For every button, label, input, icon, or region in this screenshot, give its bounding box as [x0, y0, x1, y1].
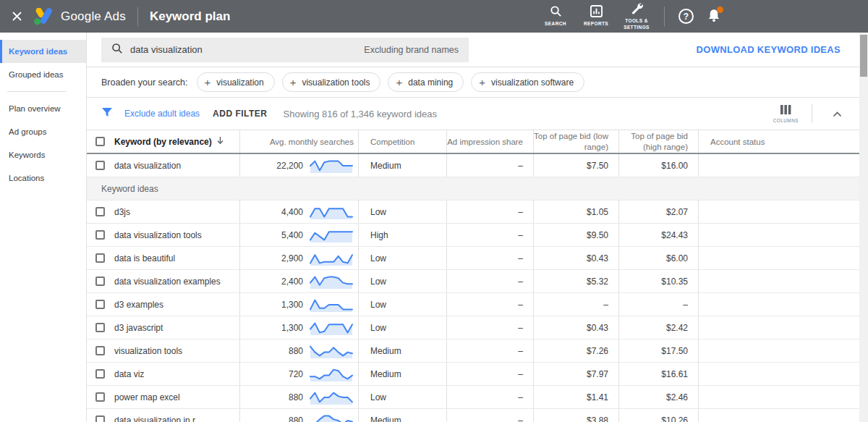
table-row[interactable]: data viz720Medium–$7.97$16.61	[87, 363, 859, 386]
bid-low-cell: $3.88	[534, 409, 619, 422]
table-row[interactable]: power map excel880Low–$1.41$2.46	[87, 386, 859, 409]
main-content: data visualization Excluding brand names…	[87, 33, 859, 422]
row-checkbox[interactable]	[95, 230, 105, 240]
ad-impression-share-cell: –	[447, 363, 534, 385]
row-checkbox[interactable]	[95, 369, 105, 379]
broaden-chip-data-mining[interactable]: +data mining	[388, 72, 464, 92]
ad-impression-share-cell: –	[447, 201, 534, 223]
avg-monthly-searches-cell: 1,300	[240, 293, 359, 316]
row-checkbox-cell	[87, 363, 113, 385]
header-bid-high[interactable]: Top of page bid (high range)	[619, 130, 699, 153]
filter-funnel-icon[interactable]	[101, 107, 113, 120]
broaden-chip-visualization-software[interactable]: +visualization software	[471, 72, 584, 92]
table-row[interactable]: d3 examples1,300Low–––	[87, 293, 859, 316]
reports-nav-button[interactable]: REPORTS	[576, 4, 616, 29]
search-nav-button[interactable]: SEARCH	[535, 4, 576, 29]
header-avg-monthly-searches[interactable]: Avg. monthly searches	[240, 130, 359, 153]
collapse-panel-button[interactable]	[825, 106, 849, 122]
filter-row-divider	[812, 104, 812, 123]
keyword-cell: data visualization	[113, 154, 240, 177]
avg-monthly-searches-cell: 2,900	[240, 247, 359, 269]
keyword-cell: power map excel	[113, 386, 240, 408]
header-keyword[interactable]: Keyword (by relevance)	[114, 136, 224, 147]
help-button[interactable]: ?	[678, 9, 694, 24]
table-row[interactable]: data visualization22,200Medium–$7.50$16.…	[87, 154, 859, 177]
row-checkbox[interactable]	[95, 300, 105, 309]
avg-monthly-searches-cell: 4,400	[240, 201, 359, 223]
row-checkbox-cell	[87, 247, 113, 269]
header-competition[interactable]: Competition	[359, 130, 447, 153]
ad-impression-share-cell: –	[447, 386, 534, 408]
table-row[interactable]: data visualization in r880Medium–$3.88$1…	[87, 409, 859, 422]
bid-high-cell: $2.46	[619, 386, 699, 408]
account-status-cell	[699, 270, 859, 292]
sidebar-item-ad-groups[interactable]: Ad groups	[0, 120, 86, 143]
sidebar-item-keywords[interactable]: Keywords	[0, 143, 86, 166]
vertical-scrollbar[interactable]	[859, 33, 868, 422]
keyword-search-input[interactable]: data visualization Excluding brand names	[101, 38, 469, 62]
searches-value: 22,200	[276, 161, 303, 171]
table-row[interactable]: d3js4,400Low–$1.05$2.07	[87, 201, 859, 224]
chevron-up-icon	[833, 109, 842, 119]
download-keyword-ideas-button[interactable]: DOWNLOAD KEYWORD IDEAS	[697, 44, 841, 55]
row-checkbox[interactable]	[95, 415, 105, 422]
competition-cell: Low	[359, 201, 447, 223]
row-checkbox[interactable]	[95, 346, 105, 355]
broaden-chip-visualization[interactable]: +visualization	[197, 72, 275, 92]
header-account-status[interactable]: Account status	[699, 130, 859, 153]
plus-icon: +	[290, 77, 297, 88]
row-checkbox[interactable]	[95, 161, 105, 170]
sidebar-item-plan-overview[interactable]: Plan overview	[0, 97, 86, 120]
row-checkbox[interactable]	[95, 277, 105, 286]
exclude-adult-ideas-filter[interactable]: Exclude adult ideas	[124, 109, 200, 119]
sidebar-item-grouped-ideas[interactable]: Grouped ideas	[0, 63, 86, 86]
broaden-chip-visualization-tools[interactable]: +visualization tools	[282, 72, 381, 92]
notifications-button[interactable]	[707, 8, 721, 25]
header-bid-low[interactable]: Top of page bid (low range)	[534, 130, 619, 153]
sidebar-item-locations[interactable]: Locations	[0, 166, 86, 190]
account-status-cell	[699, 409, 859, 422]
competition-cell: Low	[359, 316, 447, 339]
bid-high-cell: $6.00	[619, 247, 699, 269]
avg-monthly-searches-cell: 880	[240, 386, 359, 408]
table-row[interactable]: visualization tools880Medium–$7.26$17.50	[87, 339, 859, 363]
bid-low-cell: $0.43	[534, 247, 619, 269]
sort-descending-icon	[216, 136, 224, 147]
searches-value: 1,300	[281, 300, 303, 310]
row-checkbox[interactable]	[95, 323, 105, 332]
bid-high-cell: $2.07	[619, 201, 699, 223]
columns-button[interactable]: COLUMNS	[773, 105, 799, 123]
header-ad-impression-share[interactable]: Ad impression share	[447, 130, 534, 153]
table-row[interactable]: data visualization examples2,400Low–$5.3…	[87, 270, 859, 293]
select-all-checkbox[interactable]	[95, 137, 105, 146]
keyword-cell: data viz	[113, 363, 240, 385]
competition-cell: Low	[359, 386, 447, 408]
competition-cell: Low	[359, 270, 447, 292]
table-row[interactable]: data visualization tools5,400High–$9.50$…	[87, 224, 859, 247]
account-status-cell	[699, 154, 859, 177]
table-row[interactable]: d3 javascript1,300Low–$0.43$2.42	[87, 316, 859, 339]
search-query: data visualization	[130, 44, 203, 55]
trend-sparkline	[309, 274, 354, 290]
sidebar-divider	[7, 91, 66, 92]
keyword-cell: visualization tools	[113, 339, 240, 362]
table-row[interactable]: data is beautiful2,900Low–$0.43$6.00	[87, 247, 859, 270]
sidebar: Keyword ideas Grouped ideas Plan overvie…	[0, 33, 87, 422]
row-checkbox[interactable]	[95, 392, 105, 402]
bid-low-cell: $0.43	[534, 316, 619, 339]
add-filter-button[interactable]: ADD FILTER	[213, 109, 267, 119]
row-checkbox-cell	[87, 270, 113, 292]
bid-high-cell: $10.26	[619, 409, 699, 422]
scrollbar-thumb[interactable]	[860, 35, 867, 77]
tools-settings-nav-button[interactable]: TOOLS & SETTINGS	[616, 1, 657, 33]
row-checkbox-cell	[87, 154, 113, 177]
row-checkbox[interactable]	[95, 207, 105, 216]
sidebar-item-keyword-ideas[interactable]: Keyword ideas	[0, 40, 86, 63]
close-icon[interactable]	[12, 11, 22, 22]
keyword-cell: d3 javascript	[113, 316, 240, 339]
row-checkbox[interactable]	[95, 253, 105, 263]
bid-high-cell: $10.35	[619, 270, 699, 292]
row-checkbox-cell	[87, 339, 113, 362]
broaden-label: Broaden your search:	[101, 77, 188, 88]
searches-value: 1,300	[281, 323, 303, 333]
